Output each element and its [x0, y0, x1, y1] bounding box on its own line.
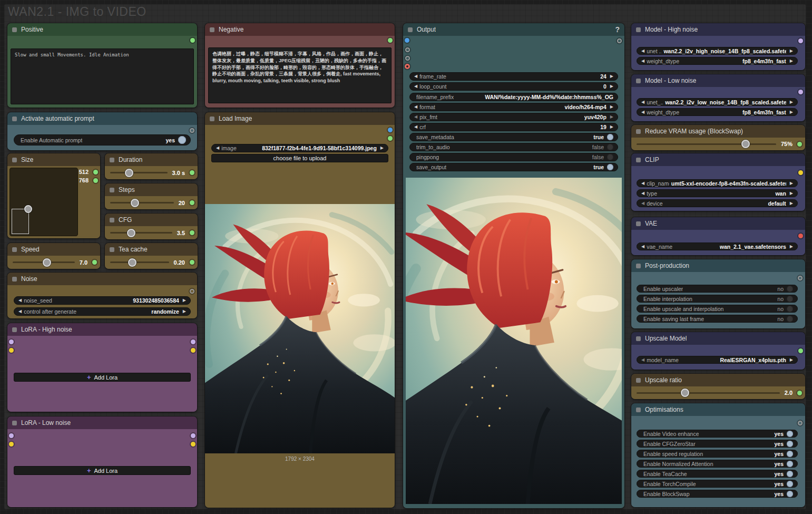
duration-slider[interactable]: 3.0 s — [110, 166, 194, 179]
collapse-icon[interactable] — [636, 221, 641, 226]
collapse-icon[interactable] — [408, 27, 413, 32]
slider-knob[interactable] — [681, 389, 689, 397]
collapse-icon[interactable] — [110, 158, 114, 162]
decrement-arrow-icon[interactable] — [641, 201, 644, 206]
conditioning-output-connector[interactable] — [388, 38, 393, 43]
enable-teacache-toggle[interactable]: Enable TeaCache yes — [637, 470, 798, 478]
collapse-icon[interactable] — [110, 218, 114, 222]
output-connector[interactable] — [190, 200, 194, 205]
vae-output-connector[interactable] — [798, 234, 803, 238]
slider-knob[interactable] — [128, 258, 136, 267]
vram-slider[interactable]: 75% — [637, 138, 802, 150]
slider-track[interactable] — [13, 261, 75, 263]
model-output-connector[interactable] — [191, 433, 195, 438]
enable-saving-last-frame-toggle[interactable]: Enable saving last frame no — [637, 315, 798, 323]
cfg-slider[interactable]: 3.5 — [110, 226, 194, 239]
toggle-knob[interactable] — [787, 306, 793, 312]
collapse-icon[interactable] — [12, 247, 17, 252]
slider-track[interactable] — [110, 232, 172, 234]
model-input-connector[interactable] — [9, 340, 14, 344]
node-output[interactable]: Output frame_rate 24 loop_count 0 filena… — [403, 23, 624, 508]
clip-input-connector[interactable] — [9, 442, 14, 447]
node-lora-high-noise[interactable]: LoRA - High noise Add Lora — [7, 323, 197, 412]
node-header[interactable]: Upscale ratio — [631, 374, 805, 386]
node-header[interactable]: Positive — [7, 23, 197, 36]
slider-knob[interactable] — [131, 199, 139, 207]
enable-automatic-prompt-toggle[interactable]: Enable Automatic prompt yes — [14, 134, 191, 146]
increment-arrow-icon[interactable] — [790, 358, 793, 362]
toggle-knob[interactable] — [607, 164, 613, 170]
help-icon[interactable] — [615, 25, 620, 34]
toggle-knob[interactable] — [607, 154, 613, 160]
decrement-arrow-icon[interactable] — [414, 125, 417, 129]
pingpong-toggle[interactable]: pingpong false — [409, 153, 618, 161]
node-header[interactable]: Speed — [7, 243, 100, 256]
output-connector[interactable] — [190, 128, 194, 133]
decrement-arrow-icon[interactable] — [414, 84, 417, 89]
width-output-connector[interactable] — [93, 170, 98, 174]
collapse-icon[interactable] — [110, 188, 114, 192]
collapse-icon[interactable] — [12, 27, 17, 32]
format-widget[interactable]: format video/h264-mp4 — [409, 103, 618, 111]
node-header[interactable]: Negative — [205, 23, 395, 36]
node-header[interactable]: VAE — [631, 217, 805, 230]
decrement-arrow-icon[interactable] — [641, 110, 644, 114]
control-after-generate-widget[interactable]: control after generate randomize — [14, 307, 191, 316]
clip-output-connector[interactable] — [798, 170, 803, 175]
collapse-icon[interactable] — [636, 408, 641, 412]
increment-arrow-icon[interactable] — [790, 201, 793, 206]
vae-input-connector[interactable] — [405, 64, 410, 69]
toggle-knob[interactable] — [787, 471, 793, 477]
toggle-knob[interactable] — [178, 136, 186, 144]
node-header[interactable]: Noise — [7, 273, 197, 285]
unet-name-widget[interactable]: unet ... wan2.2_i2v_high_noise_14B_fp8_s… — [637, 47, 798, 55]
output-connector[interactable] — [190, 230, 194, 235]
increment-arrow-icon[interactable] — [610, 105, 613, 109]
clip-input-connector[interactable] — [9, 348, 14, 353]
weight-dtype-widget[interactable]: weight_dtype fp8_e4m3fn_fast — [637, 108, 798, 116]
node-vae[interactable]: VAE vae_name wan_2.1_vae.safetensors — [631, 217, 805, 255]
increment-arrow-icon[interactable] — [790, 49, 793, 53]
node-duration[interactable]: Duration 3.0 s — [105, 153, 198, 179]
increment-arrow-icon[interactable] — [610, 74, 613, 79]
enable-cfgzerostar-toggle[interactable]: Enable CFGZeroStar yes — [637, 440, 798, 448]
frame-rate-widget[interactable]: frame_rate 24 — [409, 72, 618, 81]
collapse-icon[interactable] — [12, 421, 17, 425]
node-header[interactable]: Model - Low noise — [631, 74, 805, 87]
trim-to-audio-toggle[interactable]: trim_to_audio false — [409, 143, 618, 151]
node-upscale-ratio[interactable]: Upscale ratio 2.0 — [631, 374, 805, 399]
negative-prompt-textarea[interactable]: 色调艳丽，过曝，静态，细节模糊不清，字幕，风格，作品，画作，画面，静止，整体发灰… — [208, 47, 392, 103]
node-lora-low-noise[interactable]: LoRA - Low noise Add Lora — [7, 416, 197, 507]
clip-output-connector[interactable] — [191, 348, 195, 353]
output-connector[interactable] — [190, 170, 194, 175]
pix-fmt-widget[interactable]: pix_fmt yuv420p — [409, 113, 618, 121]
toggle-knob[interactable] — [787, 441, 793, 447]
collapse-icon[interactable] — [636, 264, 641, 268]
enable-video-enhance-toggle[interactable]: Enable Video enhance yes — [637, 430, 798, 438]
node-header[interactable]: LoRA - Low noise — [7, 416, 197, 429]
model-input-connector[interactable] — [9, 433, 14, 438]
speed-slider[interactable]: 7.0 — [13, 256, 97, 269]
increment-arrow-icon[interactable] — [610, 125, 613, 129]
node-clip[interactable]: CLIP clip_name umt5-xxl-encoder-fp8-e4m3… — [631, 153, 805, 211]
model-output-connector[interactable] — [798, 38, 803, 43]
toggle-knob[interactable] — [787, 316, 793, 322]
collapse-icon[interactable] — [210, 27, 214, 32]
enable-normalized-attention-toggle[interactable]: Enable Normalized Attention yes — [637, 460, 798, 468]
node-positive[interactable]: Positive Slow and small Movements. Idle … — [7, 23, 197, 108]
decrement-arrow-icon[interactable] — [641, 100, 644, 104]
decrement-arrow-icon[interactable] — [641, 245, 644, 249]
collapse-icon[interactable] — [636, 27, 641, 32]
decrement-arrow-icon[interactable] — [414, 105, 417, 109]
collapse-icon[interactable] — [12, 277, 17, 282]
node-header[interactable]: Reduce VRAM usage (BlockSwap) — [631, 125, 805, 138]
node-header[interactable]: CLIP — [631, 153, 805, 166]
toggle-knob[interactable] — [787, 461, 793, 467]
collapse-icon[interactable] — [12, 158, 17, 162]
node-header[interactable]: Load Image — [205, 112, 395, 125]
slider-knob[interactable] — [125, 169, 133, 177]
increment-arrow-icon[interactable] — [790, 100, 793, 104]
increment-arrow-icon[interactable] — [610, 84, 613, 89]
clip-output-connector[interactable] — [191, 442, 195, 447]
model-output-connector[interactable] — [191, 340, 195, 344]
